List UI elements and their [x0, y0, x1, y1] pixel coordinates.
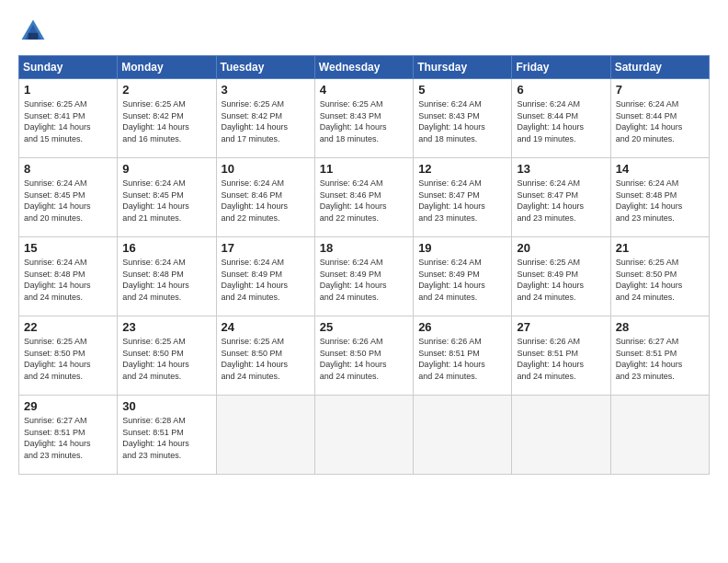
day-number: 16: [122, 241, 210, 255]
calendar-cell: 16Sunrise: 6:24 AMSunset: 8:48 PMDayligh…: [118, 237, 216, 316]
day-number: 23: [122, 320, 210, 334]
week-row-5: 29Sunrise: 6:27 AMSunset: 8:51 PMDayligh…: [19, 396, 710, 475]
day-number: 25: [320, 320, 408, 334]
cell-info: Sunrise: 6:24 AMSunset: 8:44 PMDaylight:…: [517, 98, 605, 144]
calendar-cell: 27Sunrise: 6:26 AMSunset: 8:51 PMDayligh…: [512, 316, 610, 396]
cell-info: Sunrise: 6:25 AMSunset: 8:42 PMDaylight:…: [122, 98, 210, 144]
cell-info: Sunrise: 6:26 AMSunset: 8:51 PMDaylight:…: [418, 336, 506, 382]
week-row-3: 15Sunrise: 6:24 AMSunset: 8:48 PMDayligh…: [19, 237, 710, 316]
calendar-cell: 7Sunrise: 6:24 AMSunset: 8:44 PMDaylight…: [610, 79, 709, 158]
cell-info: Sunrise: 6:25 AMSunset: 8:50 PMDaylight:…: [222, 336, 310, 382]
cell-info: Sunrise: 6:24 AMSunset: 8:45 PMDaylight:…: [24, 178, 112, 224]
cell-info: Sunrise: 6:24 AMSunset: 8:49 PMDaylight:…: [418, 257, 506, 303]
cell-info: Sunrise: 6:24 AMSunset: 8:47 PMDaylight:…: [418, 178, 506, 224]
calendar-cell: 1Sunrise: 6:25 AMSunset: 8:41 PMDaylight…: [19, 79, 118, 158]
svg-rect-2: [28, 33, 39, 40]
calendar-cell: 18Sunrise: 6:24 AMSunset: 8:49 PMDayligh…: [314, 237, 413, 316]
day-number: 17: [222, 241, 310, 255]
day-number: 4: [320, 83, 408, 97]
cell-info: Sunrise: 6:25 AMSunset: 8:50 PMDaylight:…: [122, 336, 210, 382]
calendar-cell: 28Sunrise: 6:27 AMSunset: 8:51 PMDayligh…: [610, 316, 709, 396]
calendar-cell: 22Sunrise: 6:25 AMSunset: 8:50 PMDayligh…: [19, 316, 118, 396]
cell-info: Sunrise: 6:24 AMSunset: 8:45 PMDaylight:…: [122, 178, 210, 224]
cell-info: Sunrise: 6:24 AMSunset: 8:46 PMDaylight:…: [320, 178, 408, 224]
day-number: 24: [222, 320, 310, 334]
day-number: 26: [418, 320, 506, 334]
calendar-cell: 5Sunrise: 6:24 AMSunset: 8:43 PMDaylight…: [414, 79, 512, 158]
day-number: 11: [320, 162, 408, 176]
cell-info: Sunrise: 6:24 AMSunset: 8:43 PMDaylight:…: [418, 98, 506, 144]
calendar-cell: 12Sunrise: 6:24 AMSunset: 8:47 PMDayligh…: [414, 158, 512, 237]
weekday-header-wednesday: Wednesday: [314, 56, 413, 79]
day-number: 18: [320, 241, 408, 255]
logo: [18, 17, 51, 46]
cell-info: Sunrise: 6:25 AMSunset: 8:41 PMDaylight:…: [24, 98, 112, 144]
day-number: 29: [24, 399, 112, 413]
calendar-cell: 8Sunrise: 6:24 AMSunset: 8:45 PMDaylight…: [19, 158, 118, 237]
calendar-cell: 20Sunrise: 6:25 AMSunset: 8:49 PMDayligh…: [512, 237, 610, 316]
day-number: 21: [616, 241, 704, 255]
day-number: 28: [616, 320, 704, 334]
calendar-cell: 23Sunrise: 6:25 AMSunset: 8:50 PMDayligh…: [118, 316, 216, 396]
week-row-1: 1Sunrise: 6:25 AMSunset: 8:41 PMDaylight…: [19, 79, 710, 158]
calendar-cell: 25Sunrise: 6:26 AMSunset: 8:50 PMDayligh…: [314, 316, 413, 396]
cell-info: Sunrise: 6:26 AMSunset: 8:50 PMDaylight:…: [320, 336, 408, 382]
cell-info: Sunrise: 6:24 AMSunset: 8:49 PMDaylight:…: [222, 257, 310, 303]
page: SundayMondayTuesdayWednesdayThursdayFrid…: [0, 0, 728, 563]
weekday-header-tuesday: Tuesday: [216, 56, 314, 79]
day-number: 1: [24, 83, 112, 97]
cell-info: Sunrise: 6:25 AMSunset: 8:49 PMDaylight:…: [517, 257, 605, 303]
calendar-cell: 9Sunrise: 6:24 AMSunset: 8:45 PMDaylight…: [118, 158, 216, 237]
weekday-header-row: SundayMondayTuesdayWednesdayThursdayFrid…: [19, 56, 710, 79]
calendar-cell: 17Sunrise: 6:24 AMSunset: 8:49 PMDayligh…: [216, 237, 314, 316]
calendar-cell: [216, 396, 314, 475]
calendar-cell: [512, 396, 610, 475]
day-number: 13: [517, 162, 605, 176]
calendar-cell: 14Sunrise: 6:24 AMSunset: 8:48 PMDayligh…: [610, 158, 709, 237]
calendar-cell: 4Sunrise: 6:25 AMSunset: 8:43 PMDaylight…: [314, 79, 413, 158]
cell-info: Sunrise: 6:26 AMSunset: 8:51 PMDaylight:…: [517, 336, 605, 382]
calendar-cell: 19Sunrise: 6:24 AMSunset: 8:49 PMDayligh…: [414, 237, 512, 316]
day-number: 12: [418, 162, 506, 176]
day-number: 9: [122, 162, 210, 176]
weekday-header-sunday: Sunday: [19, 56, 118, 79]
cell-info: Sunrise: 6:24 AMSunset: 8:47 PMDaylight:…: [517, 178, 605, 224]
week-row-4: 22Sunrise: 6:25 AMSunset: 8:50 PMDayligh…: [19, 316, 710, 396]
cell-info: Sunrise: 6:25 AMSunset: 8:42 PMDaylight:…: [222, 98, 310, 144]
day-number: 19: [418, 241, 506, 255]
day-number: 10: [222, 162, 310, 176]
day-number: 30: [122, 399, 210, 413]
day-number: 3: [222, 83, 310, 97]
calendar-cell: 15Sunrise: 6:24 AMSunset: 8:48 PMDayligh…: [19, 237, 118, 316]
day-number: 2: [122, 83, 210, 97]
weekday-header-saturday: Saturday: [610, 56, 709, 79]
day-number: 15: [24, 241, 112, 255]
calendar-cell: 30Sunrise: 6:28 AMSunset: 8:51 PMDayligh…: [118, 396, 216, 475]
calendar-cell: 26Sunrise: 6:26 AMSunset: 8:51 PMDayligh…: [414, 316, 512, 396]
calendar-cell: 3Sunrise: 6:25 AMSunset: 8:42 PMDaylight…: [216, 79, 314, 158]
calendar-cell: 2Sunrise: 6:25 AMSunset: 8:42 PMDaylight…: [118, 79, 216, 158]
cell-info: Sunrise: 6:24 AMSunset: 8:48 PMDaylight:…: [616, 178, 704, 224]
calendar-cell: 13Sunrise: 6:24 AMSunset: 8:47 PMDayligh…: [512, 158, 610, 237]
calendar-cell: 11Sunrise: 6:24 AMSunset: 8:46 PMDayligh…: [314, 158, 413, 237]
day-number: 22: [24, 320, 112, 334]
weekday-header-monday: Monday: [118, 56, 216, 79]
day-number: 5: [418, 83, 506, 97]
cell-info: Sunrise: 6:24 AMSunset: 8:46 PMDaylight:…: [222, 178, 310, 224]
day-number: 8: [24, 162, 112, 176]
day-number: 20: [517, 241, 605, 255]
day-number: 27: [517, 320, 605, 334]
calendar-cell: 6Sunrise: 6:24 AMSunset: 8:44 PMDaylight…: [512, 79, 610, 158]
weekday-header-thursday: Thursday: [414, 56, 512, 79]
day-number: 7: [616, 83, 704, 97]
cell-info: Sunrise: 6:28 AMSunset: 8:51 PMDaylight:…: [122, 415, 210, 461]
day-number: 6: [517, 83, 605, 97]
day-number: 14: [616, 162, 704, 176]
cell-info: Sunrise: 6:24 AMSunset: 8:44 PMDaylight:…: [616, 98, 704, 144]
cell-info: Sunrise: 6:24 AMSunset: 8:48 PMDaylight:…: [122, 257, 210, 303]
cell-info: Sunrise: 6:24 AMSunset: 8:49 PMDaylight:…: [320, 257, 408, 303]
calendar: SundayMondayTuesdayWednesdayThursdayFrid…: [18, 55, 710, 475]
weekday-header-friday: Friday: [512, 56, 610, 79]
calendar-cell: [610, 396, 709, 475]
cell-info: Sunrise: 6:24 AMSunset: 8:48 PMDaylight:…: [24, 257, 112, 303]
